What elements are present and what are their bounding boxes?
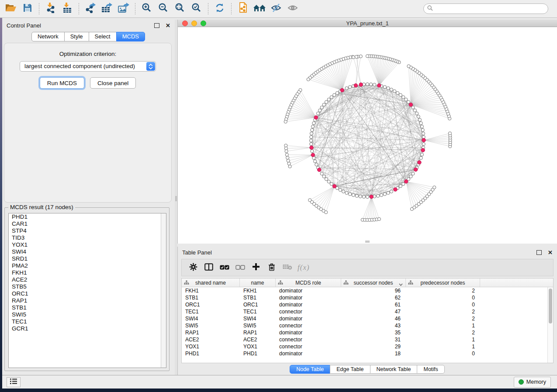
mcds-node-item[interactable]: RAP1 bbox=[9, 297, 166, 304]
zoom-out-button[interactable] bbox=[157, 2, 170, 15]
mcds-node-item[interactable]: STP4 bbox=[9, 227, 166, 234]
close-panel-button[interactable]: Close panel bbox=[90, 77, 136, 89]
import-table-button[interactable] bbox=[61, 2, 74, 15]
mcds-node-item[interactable]: TID3 bbox=[9, 234, 166, 241]
mcds-node-item[interactable]: YOX1 bbox=[9, 241, 166, 248]
mcds-node-item[interactable]: TEC1 bbox=[9, 318, 166, 325]
export-network-icon bbox=[85, 3, 96, 15]
mcds-tab-content: Optimization criterion: largest connecte… bbox=[4, 43, 172, 203]
tab-node-table[interactable]: Node Table bbox=[290, 365, 330, 374]
float-panel-icon[interactable] bbox=[154, 23, 159, 28]
scrollbar-thumb[interactable] bbox=[549, 289, 552, 323]
export-image-button[interactable] bbox=[117, 2, 130, 15]
mcds-node-item[interactable]: ORC1 bbox=[9, 290, 166, 297]
run-mcds-button[interactable]: Run MCDS bbox=[40, 77, 84, 89]
app-shell: Control Panel ✕ NetworkStyleSelectMCDS O… bbox=[2, 18, 557, 389]
fit-content-button[interactable] bbox=[173, 2, 187, 15]
zoom-fit-icon bbox=[175, 3, 185, 15]
cell-mcds-role: dominator bbox=[276, 350, 341, 357]
mcds-node-item[interactable]: GCR1 bbox=[9, 325, 166, 332]
namespace-icon bbox=[184, 280, 189, 286]
tab-network[interactable]: Network bbox=[31, 32, 65, 41]
mcds-node-item[interactable]: SWI5 bbox=[9, 311, 166, 318]
save-session-button[interactable] bbox=[21, 2, 34, 15]
table-row[interactable]: TEC1TEC1connector472 bbox=[182, 308, 553, 315]
gear-icon bbox=[189, 263, 197, 273]
mcds-node-item[interactable]: CAR1 bbox=[9, 220, 166, 227]
table-row[interactable]: STB1STB1dominator620 bbox=[182, 294, 553, 301]
show-home-button[interactable] bbox=[253, 2, 266, 15]
export-network-button[interactable] bbox=[84, 2, 97, 15]
column-header-predecessor-nodes[interactable]: predecessor nodes bbox=[406, 279, 480, 287]
table-row[interactable]: FKH1FKH1dominator962 bbox=[182, 287, 553, 294]
trash-icon bbox=[268, 263, 276, 273]
open-file-button[interactable] bbox=[4, 2, 17, 15]
cell-shared-name: FKH1 bbox=[182, 287, 240, 294]
mcds-node-item[interactable]: SRD1 bbox=[9, 255, 166, 262]
mcds-node-item[interactable]: STB1 bbox=[9, 304, 166, 311]
vertical-splitter[interactable] bbox=[175, 20, 177, 375]
show-details-button[interactable] bbox=[286, 2, 299, 15]
tab-edge-table[interactable]: Edge Table bbox=[330, 365, 370, 374]
close-panel-icon[interactable]: ✕ bbox=[548, 250, 553, 255]
canvas-splitter-handle[interactable] bbox=[365, 241, 370, 243]
float-panel-icon[interactable] bbox=[536, 250, 542, 255]
apply-layout-button[interactable] bbox=[213, 2, 226, 15]
close-panel-icon[interactable]: ✕ bbox=[166, 23, 170, 28]
search-box[interactable] bbox=[423, 3, 548, 14]
column-header-shared-name[interactable]: shared name bbox=[182, 279, 240, 287]
splitter-grip[interactable] bbox=[175, 196, 177, 201]
table-row[interactable]: ORC1ORC1dominator610 bbox=[182, 301, 553, 308]
table-row[interactable]: RAP1RAP1dominator352 bbox=[182, 329, 553, 336]
deselect-all-button[interactable] bbox=[235, 262, 246, 273]
mcds-node-item[interactable]: SWI4 bbox=[9, 248, 166, 255]
mcds-node-item[interactable]: FKH1 bbox=[9, 269, 166, 276]
table-row[interactable]: SWI4SWI4dominator462 bbox=[182, 315, 553, 322]
search-input[interactable] bbox=[435, 5, 544, 12]
node-table: shared namenameMCDS rolesuccessor nodesp… bbox=[181, 278, 554, 363]
table-row[interactable]: ACE2ACE2connector311 bbox=[182, 336, 553, 343]
status-bar: Memory bbox=[2, 375, 557, 389]
table-row[interactable]: SWI5SWI5connector431 bbox=[182, 322, 553, 329]
table-row[interactable]: PHD1PHD1dominator180 bbox=[182, 350, 553, 357]
export-table-button[interactable] bbox=[100, 2, 114, 15]
cell-successor-nodes: 31 bbox=[341, 336, 406, 343]
column-header-mcds-role[interactable]: MCDS role bbox=[276, 279, 341, 287]
network-canvas[interactable] bbox=[178, 27, 557, 244]
tab-mcds[interactable]: MCDS bbox=[116, 32, 145, 41]
mcds-result-list[interactable]: PHD1CAR1STP4TID3YOX1SWI4SRD1PMA2FKH1ACE2… bbox=[8, 213, 166, 368]
network-window-titlebar[interactable]: YPA_prune.txt_1 bbox=[178, 20, 557, 27]
network-file-button[interactable] bbox=[236, 2, 249, 15]
tab-network-table[interactable]: Network Table bbox=[370, 365, 418, 374]
optimization-criterion-select[interactable]: largest connected component (undirected) bbox=[20, 61, 156, 72]
column-header-filler bbox=[480, 279, 553, 287]
mcds-list-scrollbar[interactable] bbox=[161, 213, 166, 368]
toggle-panel-button[interactable] bbox=[203, 262, 214, 273]
mcds-node-item[interactable]: PHD1 bbox=[9, 213, 166, 220]
column-header-name[interactable]: name bbox=[240, 279, 276, 287]
horizontal-splitter[interactable] bbox=[177, 244, 557, 247]
toolbar-separator bbox=[231, 3, 232, 14]
mcds-node-item[interactable]: ACE2 bbox=[9, 276, 166, 283]
fit-selected-button[interactable] bbox=[190, 2, 203, 15]
status-menu-button[interactable] bbox=[7, 377, 21, 387]
import-network-button[interactable] bbox=[44, 2, 57, 15]
tab-motifs[interactable]: Motifs bbox=[417, 365, 444, 374]
table-row[interactable]: YOX1YOX1connector291 bbox=[182, 343, 553, 350]
hide-details-button[interactable] bbox=[270, 2, 283, 15]
split-panel-icon bbox=[204, 263, 213, 272]
tab-select[interactable]: Select bbox=[89, 32, 117, 41]
mcds-node-item[interactable]: PMA2 bbox=[9, 262, 166, 269]
table-header-row: shared namenameMCDS rolesuccessor nodesp… bbox=[182, 279, 553, 287]
delete-column-button[interactable] bbox=[266, 262, 277, 273]
zoom-in-button[interactable] bbox=[140, 2, 153, 15]
memory-button[interactable]: Memory bbox=[514, 377, 551, 388]
column-settings-button[interactable] bbox=[187, 262, 199, 273]
mcds-node-item[interactable]: STB5 bbox=[9, 283, 166, 290]
tab-style[interactable]: Style bbox=[64, 32, 89, 41]
table-scrollbar[interactable] bbox=[547, 287, 553, 363]
column-header-successor-nodes[interactable]: successor nodes bbox=[341, 279, 406, 287]
table-rows: FKH1FKH1dominator962STB1STB1dominator620… bbox=[182, 287, 553, 357]
create-column-button[interactable] bbox=[250, 262, 262, 273]
select-all-button[interactable] bbox=[219, 262, 230, 273]
